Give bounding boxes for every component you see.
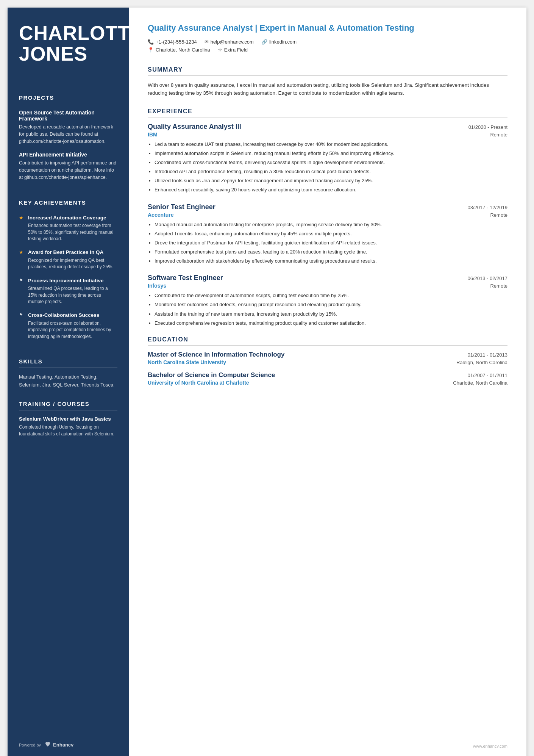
training-1-title: Selenium WebDriver with Java Basics [19,416,117,423]
project-item-1: Open Source Test Automation Framework De… [19,110,117,145]
job-2-company: Accenture [148,212,173,218]
main-content: Quality Assurance Analyst | Expert in Ma… [129,8,526,756]
achievement-4-title: Cross-Collaboration Success [28,312,99,319]
job-item-1: Quality Assurance Analyst III 01/2020 - … [148,123,507,194]
bullet: Formulated comprehensive test plans and … [155,248,507,256]
achievement-2-title: Award for Best Practices in QA [28,249,103,256]
main-footer: www.enhancv.com [148,736,507,748]
bullet: Drove the integration of Postman for API… [155,239,507,247]
achievements-title: KEY ACHIEVEMENTS [19,199,117,206]
training-title: TRAINING / COURSES [19,401,117,407]
contact-row-1: 📞 +1-(234)-555-1234 ✉ help@enhancv.com 🔗… [148,39,507,45]
email-value: help@enhancv.com [211,39,254,45]
sidebar: CHARLOTTE JONES PROJECTS Open Source Tes… [8,8,129,756]
job-1-bullets: Led a team to execute UAT test phases, i… [148,141,507,194]
training-1-desc: Completed through Udemy, focusing on fou… [19,424,117,437]
job-3-bullets: Contributed to the development of automa… [148,292,507,327]
star-icon-1: ★ [19,215,25,221]
achievement-1-desc: Enhanced automation test coverage from 5… [19,222,117,242]
enhancv-logo: Enhancv [44,741,73,748]
education-section-title: EDUCATION [148,336,507,343]
job-2-location: Remote [490,212,507,218]
heart-icon [44,741,52,748]
location-value: Charlotte, North Carolina [156,47,210,53]
bullet: Improved collaboration with stakeholders… [155,257,507,265]
achievement-item-3: ⚑ Process Improvement Initiative Streaml… [19,277,117,305]
job-3-title: Software Test Engineer [148,274,223,282]
extra-icon: ☆ [218,47,222,53]
bullet: Implemented automation scripts in Seleni… [155,150,507,157]
job-1-title: Quality Assurance Analyst III [148,123,241,131]
bullet: Contributed to the development of automa… [155,292,507,299]
projects-section: PROJECTS Open Source Test Automation Fra… [19,83,117,188]
phone-icon: 📞 [148,39,154,45]
education-section: EDUCATION Master of Science in Informati… [148,336,507,392]
summary-text: With over 8 years in quality assurance, … [148,81,507,97]
email-contact: ✉ help@enhancv.com [205,39,254,45]
flag-icon-2: ⚑ [19,312,25,318]
project-2-title: API Enhancement Initiative [19,152,117,158]
projects-title: PROJECTS [19,94,117,101]
achievement-2-desc: Recognized for implementing QA best prac… [19,257,117,271]
job-3-date: 06/2013 - 02/2017 [467,275,507,281]
contact-row-2: 📍 Charlotte, North Carolina ☆ Extra Fiel… [148,47,507,53]
edu-2-school: University of North Carolina at Charlott… [148,380,249,386]
achievement-3-title: Process Improvement Initiative [28,277,104,284]
achievement-4-desc: Facilitated cross-team collaboration, im… [19,320,117,340]
job-1-location: Remote [490,132,507,138]
linkedin-contact: 🔗 linkedin.com [261,39,297,45]
bullet: Utilized tools such as Jira and Zephyr f… [155,177,507,185]
training-item-1: Selenium WebDriver with Java Basics Comp… [19,416,117,438]
bullet: Managed manual and automation testing fo… [155,221,507,229]
star-icon-2: ★ [19,249,25,255]
job-2-title: Senior Test Engineer [148,203,215,211]
edu-1-location: Raleigh, North Carolina [456,360,507,365]
footer-url: www.enhancv.com [473,744,507,748]
extra-contact: ☆ Extra Field [218,47,248,53]
edu-1-degree: Master of Science in Information Technol… [148,351,284,358]
sidebar-footer: Powered by Enhancv [19,730,117,748]
job-1-date: 01/2020 - Present [468,124,507,130]
linkedin-icon: 🔗 [261,39,267,45]
skills-section: SKILLS Manual Testing, Automation Testin… [19,347,117,389]
bullet: Coordinated with cross-functional teams,… [155,159,507,166]
edu-2-degree: Bachelor of Science in Computer Science [148,371,275,379]
achievement-item-1: ★ Increased Automation Coverage Enhanced… [19,214,117,243]
powered-by-label: Powered by [19,743,41,747]
edu-2-date: 01/2007 - 01/2011 [467,373,507,378]
enhancv-brand-name: Enhancv [53,742,73,748]
main-header: Quality Assurance Analyst | Expert in Ma… [148,23,507,55]
achievement-item-4: ⚑ Cross-Collaboration Success Facilitate… [19,312,117,340]
edu-item-2: Bachelor of Science in Computer Science … [148,371,507,386]
achievement-item-2: ★ Award for Best Practices in QA Recogni… [19,249,117,270]
job-1-company: IBM [148,131,158,138]
bullet: Led a team to execute UAT test phases, i… [155,141,507,148]
job-3-company: Infosys [148,283,166,289]
experience-section: EXPERIENCE Quality Assurance Analyst III… [148,108,507,336]
phone-contact: 📞 +1-(234)-555-1234 [148,39,197,45]
flag-icon-1: ⚑ [19,278,25,283]
linkedin-value: linkedin.com [269,39,297,45]
achievement-1-title: Increased Automation Coverage [28,214,106,221]
training-section: TRAINING / COURSES Selenium WebDriver wi… [19,389,117,438]
achievement-3-desc: Streamlined QA processes, leading to a 1… [19,285,117,305]
edu-1-school: North Carolina State University [148,359,226,365]
edu-2-location: Charlotte, North Carolina [453,380,507,386]
edu-item-1: Master of Science in Information Technol… [148,351,507,365]
bullet: Introduced API and performance testing, … [155,168,507,175]
edu-1-date: 01/2011 - 01/2013 [467,352,507,358]
extra-value: Extra Field [224,47,248,53]
candidate-name: CHARLOTTE JONES [19,23,117,64]
skills-text: Manual Testing, Automation Testing, Sele… [19,373,117,389]
job-2-bullets: Managed manual and automation testing fo… [148,221,507,265]
location-contact: 📍 Charlotte, North Carolina [148,47,210,53]
email-icon: ✉ [205,39,209,45]
summary-section: SUMMARY With over 8 years in quality ass… [148,66,507,108]
job-title-headline: Quality Assurance Analyst | Expert in Ma… [148,23,507,34]
bullet: Executed comprehensive regression tests,… [155,319,507,327]
job-3-location: Remote [490,283,507,289]
project-2-desc: Contributed to improving API performance… [19,160,117,181]
bullet: Adopted Tricentis Tosca, enhancing autom… [155,230,507,238]
bullet: Assisted in the training of new team mem… [155,310,507,318]
project-item-2: API Enhancement Initiative Contributed t… [19,152,117,181]
